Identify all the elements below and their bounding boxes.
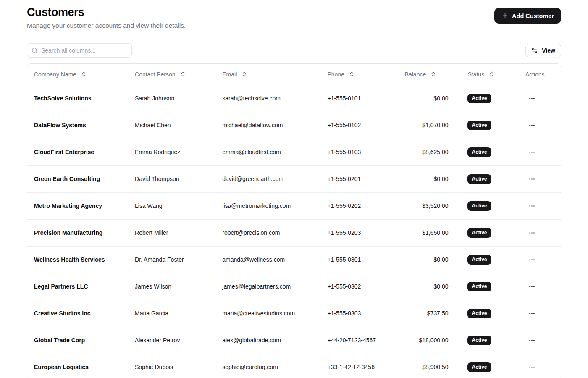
page-title: Customers — [27, 5, 186, 19]
cell-company-name: Wellness Health Services — [27, 246, 128, 273]
cell-email: sarah@techsolve.com — [215, 85, 320, 112]
column-label: Balance — [405, 71, 426, 78]
view-button[interactable]: View — [525, 44, 561, 57]
cell-status: Active — [461, 327, 518, 354]
cell-contact-person: James Wilson — [128, 273, 215, 300]
cell-email: amanda@wellness.com — [215, 246, 320, 273]
ellipsis-icon — [528, 149, 536, 156]
cell-contact-person: Maria Garcia — [128, 300, 215, 327]
row-actions-menu-button[interactable] — [525, 172, 539, 186]
cell-email: lisa@metromarketing.com — [215, 192, 320, 219]
cell-company-name: Legal Partners LLC — [27, 273, 128, 300]
cell-email: maria@creativestudios.com — [215, 300, 320, 327]
status-badge: Active — [467, 121, 491, 130]
add-customer-button[interactable]: Add Customer — [494, 8, 561, 24]
cell-company-name: Green Earth Consulting — [27, 165, 128, 192]
status-badge: Active — [467, 228, 491, 238]
status-badge: Active — [467, 282, 491, 291]
table-row: DataFlow SystemsMichael Chenmichael@data… — [27, 112, 561, 139]
row-actions-menu-button[interactable] — [525, 199, 539, 213]
cell-balance: $0.00 — [398, 273, 461, 300]
cell-status: Active — [461, 354, 518, 378]
chevrons-up-down-icon — [430, 71, 436, 77]
page-heading-block: Customers Manage your customer accounts … — [27, 5, 186, 30]
cell-actions — [519, 139, 561, 165]
ellipsis-icon — [528, 364, 536, 371]
row-actions-menu-button[interactable] — [525, 226, 539, 239]
view-button-label: View — [542, 47, 555, 54]
cell-company-name: Creative Studios Inc — [27, 300, 128, 327]
cell-status: Active — [461, 139, 518, 165]
cell-status: Active — [461, 219, 518, 246]
row-actions-menu-button[interactable] — [525, 333, 539, 347]
cell-contact-person: Sarah Johnson — [128, 85, 215, 112]
customers-page: Customers Manage your customer accounts … — [0, 0, 588, 378]
table-row: European LogisticsSophie Duboissophie@eu… — [27, 354, 561, 378]
cell-status: Active — [461, 165, 518, 192]
cell-actions — [519, 192, 561, 219]
row-actions-menu-button[interactable] — [525, 145, 539, 159]
cell-status: Active — [461, 112, 518, 139]
sort-button-company[interactable]: Company Name — [34, 71, 87, 78]
cell-actions — [519, 85, 561, 112]
row-actions-menu-button[interactable] — [525, 360, 539, 374]
cell-status: Active — [461, 246, 518, 273]
row-actions-menu-button[interactable] — [525, 280, 539, 293]
chevrons-up-down-icon — [349, 71, 355, 77]
cell-actions — [519, 354, 561, 378]
cell-company-name: Global Trade Corp — [27, 327, 128, 354]
table-toolbar: View — [27, 43, 561, 58]
chevrons-up-down-icon — [180, 71, 186, 77]
status-badge: Active — [467, 309, 491, 318]
table-row: Legal Partners LLCJames Wilsonjames@lega… — [27, 273, 561, 300]
cell-balance: $0.00 — [398, 246, 461, 273]
page-subtitle: Manage your customer accounts and view t… — [27, 21, 186, 30]
cell-company-name: Precision Manufacturing — [27, 219, 128, 246]
search-input[interactable] — [27, 43, 132, 58]
settings-sliders-icon — [531, 47, 538, 54]
ellipsis-icon — [528, 95, 536, 102]
sort-button-balance[interactable]: Balance — [405, 71, 437, 78]
row-actions-menu-button[interactable] — [525, 118, 539, 132]
column-header-contact: Contact Person — [128, 64, 215, 85]
cell-balance: $1,650.00 — [398, 219, 461, 246]
cell-actions — [519, 219, 561, 246]
cell-company-name: TechSolve Solutions — [27, 85, 128, 112]
table-row: Green Earth ConsultingDavid Thompsondavi… — [27, 165, 561, 192]
cell-balance: $737.50 — [398, 300, 461, 327]
sort-button-phone[interactable]: Phone — [327, 71, 354, 78]
cell-phone: +1-555-0301 — [320, 246, 398, 273]
search-box — [27, 43, 132, 58]
ellipsis-icon — [528, 229, 536, 236]
add-customer-label: Add Customer — [512, 13, 554, 19]
row-actions-menu-button[interactable] — [525, 307, 539, 320]
chevrons-up-down-icon — [241, 71, 247, 77]
ellipsis-icon — [528, 283, 536, 290]
column-header-company: Company Name — [27, 64, 128, 85]
cell-phone: +1-555-0201 — [320, 165, 398, 192]
cell-phone: +1-555-0103 — [320, 139, 398, 165]
ellipsis-icon — [528, 122, 536, 129]
table-row: TechSolve SolutionsSarah Johnsonsarah@te… — [27, 85, 561, 112]
cell-balance: $0.00 — [398, 165, 461, 192]
cell-actions — [519, 246, 561, 273]
sort-button-email[interactable]: Email — [222, 71, 247, 78]
cell-actions — [519, 327, 561, 354]
row-actions-menu-button[interactable] — [525, 253, 539, 266]
table-row: Wellness Health ServicesDr. Amanda Foste… — [27, 246, 561, 273]
status-badge: Active — [467, 362, 491, 372]
cell-contact-person: Michael Chen — [128, 112, 215, 139]
cell-contact-person: Robert Miller — [128, 219, 215, 246]
sort-button-contact[interactable]: Contact Person — [135, 71, 186, 78]
cell-company-name: Metro Marketing Agency — [27, 192, 128, 219]
cell-contact-person: Alexander Petrov — [128, 327, 215, 354]
status-badge: Active — [467, 201, 491, 211]
row-actions-menu-button[interactable] — [525, 92, 539, 105]
cell-balance: $1,070.00 — [398, 112, 461, 139]
cell-balance: $3,520.00 — [398, 192, 461, 219]
status-badge: Active — [467, 174, 491, 184]
ellipsis-icon — [528, 256, 536, 263]
sort-button-status[interactable]: Status — [467, 71, 495, 78]
cell-phone: +33-1-42-12-3456 — [320, 354, 398, 378]
table-row: Global Trade CorpAlexander Petrovalex@gl… — [27, 327, 561, 354]
